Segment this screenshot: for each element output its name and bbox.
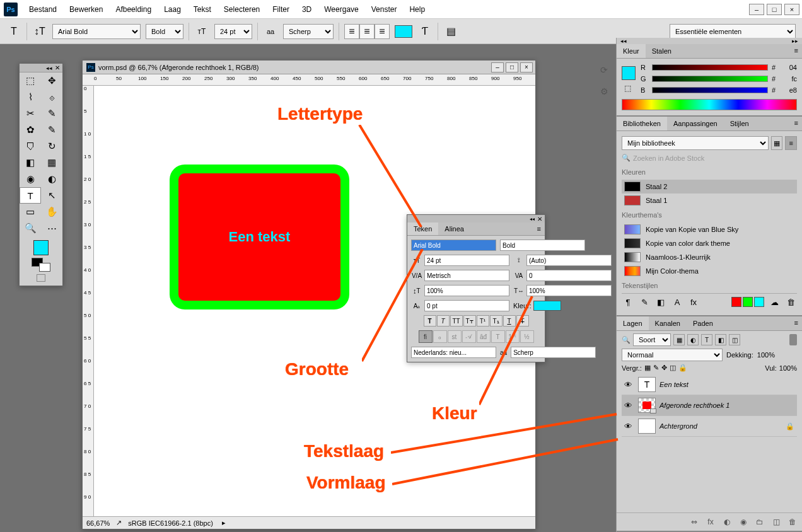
lib-grid-view[interactable]: ▦ [771,136,783,150]
ts-trash-icon[interactable]: 🗑 [784,296,797,308]
path-select-tool[interactable]: ↖ [41,187,62,204]
ts-layer-icon[interactable]: ◧ [654,296,667,308]
tab-kanalen[interactable]: Kanalen [649,316,687,330]
ts-fx-icon[interactable]: fx [687,296,700,308]
move-tool[interactable]: ⬚ [20,72,41,89]
menu-bewerken[interactable]: Bewerken [63,1,109,18]
gradient-tool[interactable]: ▦ [41,154,62,171]
menu-laag[interactable]: Laag [158,1,187,18]
delete-layer-icon[interactable]: 🗑 [787,517,798,527]
color-spectrum[interactable] [622,99,797,110]
layer-group-icon[interactable]: 🗀 [754,517,765,527]
lock-icon[interactable]: 🔒 [786,422,794,431]
close-button[interactable]: × [784,4,799,15]
ligature-st-button[interactable]: st [448,330,462,343]
fill-value[interactable]: 100% [779,364,797,372]
align-center-button[interactable]: ≡ [359,24,375,39]
properties-dock-icon[interactable]: ⚙ [597,84,611,98]
lock-pixels[interactable]: ▦ [644,364,651,372]
stamp-tool[interactable]: ⛉ [20,138,41,154]
ts-cloud-icon[interactable]: ☁ [768,296,781,308]
tab-kleur[interactable]: Kleur [617,44,646,58]
menu-weergave[interactable]: Weergave [318,1,364,18]
menu-tekst[interactable]: Tekst [187,1,218,18]
workspace-select[interactable]: Essentiële elementen [670,24,796,39]
eye-icon[interactable]: 👁 [624,380,634,390]
menu-afbeelding[interactable]: Afbeelding [109,1,158,18]
lib-search[interactable]: Zoeken in Adobe Stock [633,154,704,162]
align-right-button[interactable]: ≡ [375,24,390,39]
new-layer-icon[interactable]: ◫ [770,517,782,527]
mini-swatch-cyan[interactable] [754,297,764,307]
adjustment-layer-icon[interactable]: ◉ [738,517,749,527]
foreground-color-swatch[interactable] [33,240,49,255]
smallcaps-button[interactable]: Tᴛ [463,315,476,327]
text-orientation-icon[interactable]: ↕T [32,24,47,39]
tab-lagen[interactable]: Lagen [617,316,649,330]
filter-smart[interactable]: ◫ [729,334,740,345]
filter-shape[interactable]: ◧ [715,334,726,345]
faux-italic-button[interactable]: T [437,315,450,327]
warp-text-icon[interactable]: Ƭ [417,24,433,39]
char-vscale-input[interactable] [424,285,509,296]
lib-color-staal1[interactable]: Staal 1 [622,194,797,207]
ts-brush-icon[interactable]: ✎ [638,296,651,308]
font-size-select[interactable]: 24 pt [214,24,252,39]
lock-paint[interactable]: ✎ [653,364,659,372]
lib-list-view[interactable]: ≡ [785,136,797,150]
document-titlebar[interactable]: Ps vorm.psd @ 66,7% (Afgeronde rechthoek… [83,61,535,74]
doc-minimize[interactable]: – [491,62,504,72]
quick-mask-icon[interactable] [37,274,45,282]
doc-maximize[interactable]: □ [506,62,518,72]
library-select[interactable]: Mijn bibliotheek [622,136,769,150]
val-b[interactable]: e8 [779,86,797,94]
ts-a-icon[interactable]: A [671,296,683,308]
lasso-tool[interactable]: ⌇ [20,89,41,105]
lock-position[interactable]: ✥ [661,364,667,372]
lib-theme-2[interactable]: Naamloos-1-Kleurrijk [622,250,797,264]
menu-help[interactable]: Help [403,1,431,18]
layer-mask-icon[interactable]: ◐ [721,517,733,527]
color-panel-menu[interactable]: ≡ [791,44,802,58]
filter-adj[interactable]: ◐ [687,334,699,345]
layer-fx-icon[interactable]: fx [705,517,716,527]
hand-tool[interactable]: ✋ [41,204,62,220]
maximize-button[interactable]: □ [767,4,782,15]
tab-alinea[interactable]: Alinea [438,223,470,235]
dodge-tool[interactable]: ◐ [41,171,62,187]
char-leading-input[interactable] [526,255,612,266]
char-weight-input[interactable] [500,240,585,251]
filter-toggle[interactable] [789,334,797,345]
lib-theme-1[interactable]: Kopie van color dark theme [622,236,797,250]
menu-venster[interactable]: Venster [365,1,404,18]
rectangle-tool[interactable]: ▭ [20,204,41,220]
lib-theme-0[interactable]: Kopie van Kopie van Blue Sky [622,223,797,236]
font-family-select[interactable]: Arial Bold [52,24,141,39]
type-tool[interactable]: T [20,187,41,204]
status-arrow-icon[interactable]: ↗ [116,519,122,527]
menu-3d[interactable]: 3D [296,1,318,18]
crop-tool[interactable]: ✂ [20,105,41,122]
font-weight-select[interactable]: Bold [146,24,183,39]
history-brush-tool[interactable]: ↻ [41,138,62,154]
lock-all[interactable]: 🔒 [678,364,687,372]
opacity-value[interactable]: 100% [757,351,775,359]
char-kern-input[interactable] [424,270,509,281]
default-colors-swatch[interactable] [32,258,50,272]
antialias-select[interactable]: Scherp [283,24,334,39]
char-panel-menu[interactable]: ≡ [533,223,545,235]
align-left-button[interactable]: ≡ [344,24,359,39]
more-tools[interactable]: ⋯ [41,220,62,236]
tab-paden[interactable]: Paden [687,316,719,330]
history-dock-icon[interactable]: ⟳ [597,63,611,77]
marquee-tool[interactable]: ✥ [41,72,62,89]
menu-bestand[interactable]: Bestand [23,1,63,18]
val-r[interactable]: 04 [779,64,797,71]
lib-theme-3[interactable]: Mijn Color-thema [622,264,797,278]
ligature-swash-button[interactable]: ℴ [433,330,447,343]
ligature-a-button[interactable]: 𝒜 [462,330,476,343]
eyedropper-tool[interactable]: ✎ [41,105,62,122]
canvas-text[interactable]: Een tekst [229,229,291,245]
eraser-tool[interactable]: ◧ [20,154,41,171]
zoom-level[interactable]: 66,67% [86,519,110,527]
